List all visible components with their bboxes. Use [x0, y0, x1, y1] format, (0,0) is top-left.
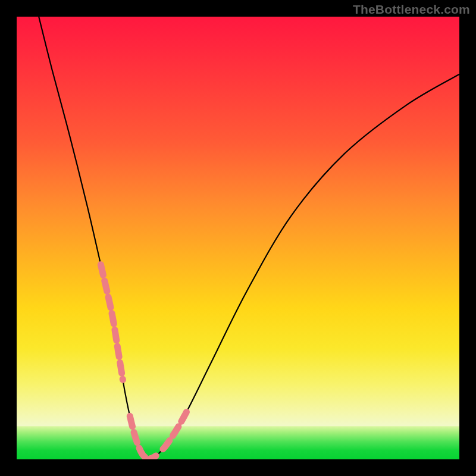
curve-path [39, 17, 459, 459]
highlight-segment [101, 265, 123, 380]
curve-svg [17, 17, 459, 459]
watermark-text: TheBottleneck.com [353, 2, 470, 17]
plot-area [17, 17, 459, 459]
chart-frame: TheBottleneck.com [0, 0, 476, 476]
bottleneck-curve [39, 17, 459, 459]
highlight-dashes [101, 265, 187, 459]
highlight-segment [163, 411, 187, 449]
highlight-segment [130, 416, 156, 458]
